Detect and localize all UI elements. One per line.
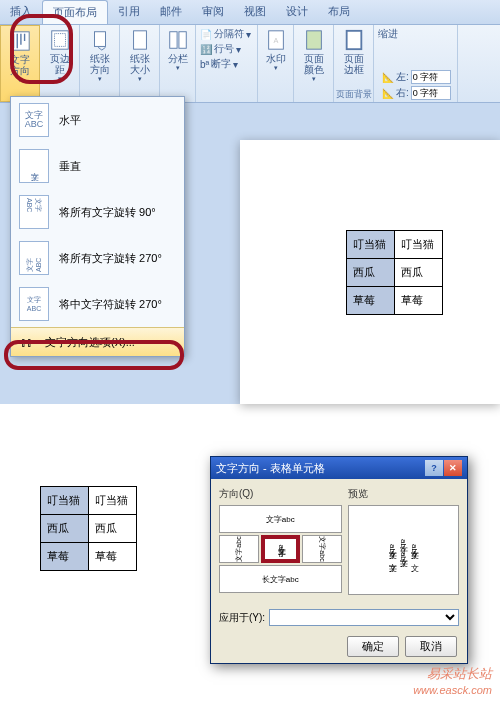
- page-color-icon: [303, 29, 325, 51]
- dd-options[interactable]: ⫿⫿ 文字方向选项(X)...: [11, 327, 184, 356]
- sample-table-2[interactable]: 叮当猫叮当猫 西瓜西瓜 草莓草莓: [40, 486, 137, 571]
- hyphenation-button[interactable]: bª断字 ▾: [200, 57, 251, 71]
- horizontal-icon: 文字ABC: [19, 103, 49, 137]
- options-icon: ⫿⫿: [19, 334, 35, 350]
- text-direction-dropdown: 文字ABC 水平 文字 垂直 文字ABC 将所有文字旋转 90° 文字ABC 将…: [10, 96, 185, 357]
- table-row: 草莓草莓: [41, 543, 137, 571]
- indent-left-input[interactable]: [411, 70, 451, 84]
- tab-layout[interactable]: 布局: [318, 0, 360, 24]
- ribbon: 文字方向 ▾ 页边距 ▾ 纸张方向 ▾ 纸张大小 ▾: [0, 25, 500, 103]
- dd-horizontal[interactable]: 文字ABC 水平: [11, 97, 184, 143]
- apply-select[interactable]: [269, 609, 459, 626]
- orientation-button[interactable]: 纸张方向 ▾: [84, 27, 116, 85]
- orient-v1[interactable]: 文字abc: [219, 535, 259, 563]
- breaks-button[interactable]: 📄分隔符 ▾: [200, 27, 251, 41]
- rotate-90-icon: 文字ABC: [19, 195, 49, 229]
- chevron-down-icon: ▾: [312, 75, 316, 83]
- chevron-down-icon: ▾: [138, 75, 142, 83]
- columns-button[interactable]: 分栏 ▾: [162, 27, 194, 74]
- vertical-icon: 文字: [19, 149, 49, 183]
- svg-rect-9: [306, 31, 321, 49]
- columns-icon: [167, 29, 189, 51]
- orientation-grid: 文字abc 文字abc 文 字 abc 文字abc 长文字abc: [219, 505, 342, 593]
- tab-insert[interactable]: 插入: [0, 0, 42, 24]
- svg-text:A: A: [273, 36, 278, 45]
- text-direction-button[interactable]: 文字方向 ▾: [4, 28, 36, 86]
- orient-horizontal[interactable]: 文字abc: [219, 505, 342, 533]
- preview-label: 预览: [348, 487, 459, 501]
- chevron-down-icon: ▾: [58, 75, 62, 83]
- dialog-help-button[interactable]: ?: [425, 460, 443, 476]
- table-row: 叮当猫叮当猫: [347, 231, 443, 259]
- table-row: 西瓜西瓜: [41, 515, 137, 543]
- sample-table-1[interactable]: 叮当猫叮当猫 西瓜西瓜 草莓草莓: [346, 230, 443, 315]
- dd-rotate-90[interactable]: 文字ABC 将所有文字旋转 90°: [11, 189, 184, 235]
- orient-v2-selected[interactable]: 文 字 abc: [261, 535, 301, 563]
- watermark-icon: A: [265, 29, 287, 51]
- watermark-button[interactable]: A 水印 ▾: [260, 27, 292, 74]
- dd-vertical[interactable]: 文字 垂直: [11, 143, 184, 189]
- dd-rotate-cn-270[interactable]: 文字ABC 将中文字符旋转 270°: [11, 281, 184, 327]
- tab-mail[interactable]: 邮件: [150, 0, 192, 24]
- svg-rect-10: [346, 31, 361, 49]
- indent-right-input[interactable]: [411, 86, 451, 100]
- svg-rect-4: [133, 31, 146, 49]
- chevron-down-icon: ▾: [18, 76, 22, 84]
- tab-review[interactable]: 审阅: [192, 0, 234, 24]
- tab-page-layout[interactable]: 页面布局: [42, 0, 108, 24]
- dd-rotate-270[interactable]: 文字ABC 将所有文字旋转 270°: [11, 235, 184, 281]
- indent-left[interactable]: 📐左:: [382, 70, 453, 84]
- tab-references[interactable]: 引用: [108, 0, 150, 24]
- preview-box: 文字abc文字 字abc文字ab 文字abc文: [348, 505, 459, 595]
- svg-rect-5: [169, 32, 176, 49]
- rotate-cn-270-icon: 文字ABC: [19, 287, 49, 321]
- page-border-icon: [343, 29, 365, 51]
- orient-horizontal-2[interactable]: 长文字abc: [219, 565, 342, 593]
- rotate-270-icon: 文字ABC: [19, 241, 49, 275]
- table-row: 西瓜西瓜: [347, 259, 443, 287]
- chevron-down-icon: ▾: [176, 64, 180, 72]
- page-background-group-label: 页面背景: [334, 88, 373, 101]
- margins-button[interactable]: 页边距 ▾: [44, 27, 76, 85]
- table-row: 叮当猫叮当猫: [41, 487, 137, 515]
- text-direction-dialog: 文字方向 - 表格单元格 ? ✕ 方向(Q) 文字abc 文字abc 文 字 a…: [210, 456, 468, 664]
- size-button[interactable]: 纸张大小 ▾: [124, 27, 156, 85]
- size-icon: [129, 29, 151, 51]
- ok-button[interactable]: 确定: [347, 636, 399, 657]
- margins-icon: [49, 29, 71, 51]
- text-direction-icon: [9, 30, 31, 52]
- apply-label: 应用于(Y):: [219, 611, 265, 625]
- chevron-down-icon: ▾: [98, 75, 102, 83]
- cancel-button[interactable]: 取消: [405, 636, 457, 657]
- svg-rect-6: [178, 32, 185, 49]
- svg-rect-3: [94, 32, 105, 47]
- orientation-label: 方向(Q): [219, 487, 342, 501]
- orient-v3[interactable]: 文字abc: [302, 535, 342, 563]
- ribbon-tabs: 插入 页面布局 引用 邮件 审阅 视图 设计 布局: [0, 0, 500, 25]
- line-numbers-button[interactable]: 🔢行号 ▾: [200, 42, 251, 56]
- watermark-text: 易采站长站 www.easck.com: [413, 666, 492, 698]
- page-border-button[interactable]: 页面边框: [338, 27, 370, 77]
- page-color-button[interactable]: 页面颜色 ▾: [298, 27, 330, 85]
- table-row: 草莓草莓: [347, 287, 443, 315]
- dialog-close-button[interactable]: ✕: [444, 460, 462, 476]
- orientation-icon: [89, 29, 111, 51]
- indent-right[interactable]: 📐右:: [382, 86, 453, 100]
- dialog-title: 文字方向 - 表格单元格: [216, 461, 325, 476]
- chevron-down-icon: ▾: [274, 64, 278, 72]
- tab-design[interactable]: 设计: [276, 0, 318, 24]
- tab-view[interactable]: 视图: [234, 0, 276, 24]
- dialog-titlebar[interactable]: 文字方向 - 表格单元格 ? ✕: [211, 457, 467, 479]
